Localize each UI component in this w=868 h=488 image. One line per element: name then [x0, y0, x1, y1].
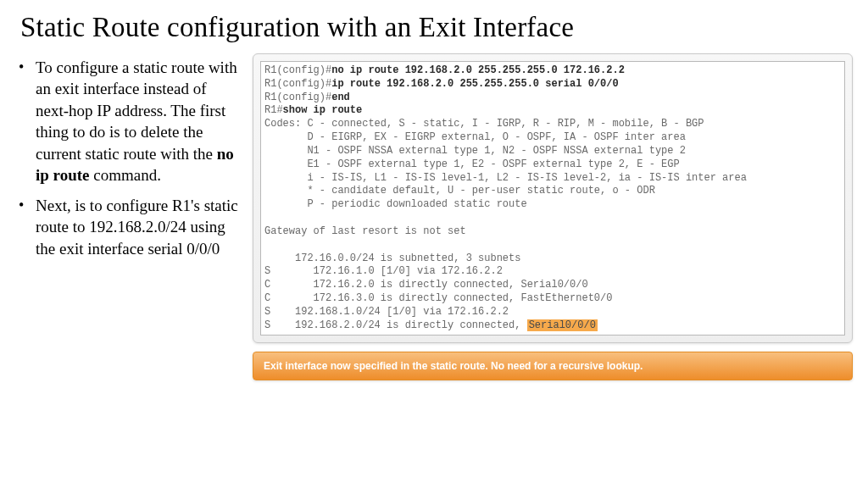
route-line: S 192.168.1.0/24 [1/0] via 172.16.2.2: [264, 306, 509, 318]
route-highlight: Serial0/0/0: [527, 319, 598, 331]
codes-line: P - periodic downloaded static route: [264, 198, 527, 210]
route-line: 172.16.0.0/24 is subnetted, 3 subnets: [264, 252, 520, 264]
prompt: R1(config)#: [264, 64, 331, 76]
content-row: To configure a static route with an exit…: [0, 50, 868, 380]
codes-line: E1 - OSPF external type 1, E2 - OSPF ext…: [264, 158, 680, 170]
bullet-item: Next, is to configure R1's static route …: [32, 195, 241, 259]
route-line: S 172.16.1.0 [1/0] via 172.16.2.2: [264, 265, 503, 277]
gateway-line: Gateway of last resort is not set: [264, 225, 466, 237]
callout-note: Exit interface now specified in the stat…: [253, 352, 853, 380]
command: ip route 192.168.2.0 255.255.255.0 seria…: [331, 78, 618, 90]
route-line: S 192.168.2.0/24 is directly connected,: [264, 319, 527, 331]
bullet-item: To configure a static route with an exit…: [32, 57, 241, 186]
command: show ip route: [283, 104, 363, 116]
prompt: R1(config)#: [264, 92, 331, 103]
prompt: R1#: [264, 104, 283, 116]
figure-column: R1(config)#no ip route 192.168.2.0 255.2…: [253, 50, 853, 380]
bullet-text: Next, is to configure R1's static route …: [36, 197, 238, 258]
prompt: R1(config)#: [264, 78, 331, 90]
bullet-column: To configure a static route with an exit…: [0, 50, 241, 380]
route-line: C 172.16.2.0 is directly connected, Seri…: [264, 279, 588, 291]
bullet-text: To configure a static route with an exit…: [36, 58, 237, 163]
codes-line: Codes: C - connected, S - static, I - IG…: [264, 118, 704, 130]
command: no ip route 192.168.2.0 255.255.255.0 17…: [331, 64, 625, 76]
page-title: Static Route configuration with an Exit …: [0, 0, 868, 50]
command: end: [331, 92, 350, 103]
codes-line: N1 - OSPF NSSA external type 1, N2 - OSP…: [264, 145, 686, 157]
terminal-output: R1(config)#no ip route 192.168.2.0 255.2…: [260, 61, 845, 336]
codes-line: i - IS-IS, L1 - IS-IS level-1, L2 - IS-I…: [264, 172, 747, 184]
route-line: C 172.16.3.0 is directly connected, Fast…: [264, 292, 612, 304]
codes-line: D - EIGRP, EX - EIGRP external, O - OSPF…: [264, 131, 686, 143]
bullet-text: command.: [90, 166, 161, 184]
codes-line: * - candidate default, U - per-user stat…: [264, 185, 655, 197]
terminal-card: R1(config)#no ip route 192.168.2.0 255.2…: [253, 53, 853, 343]
